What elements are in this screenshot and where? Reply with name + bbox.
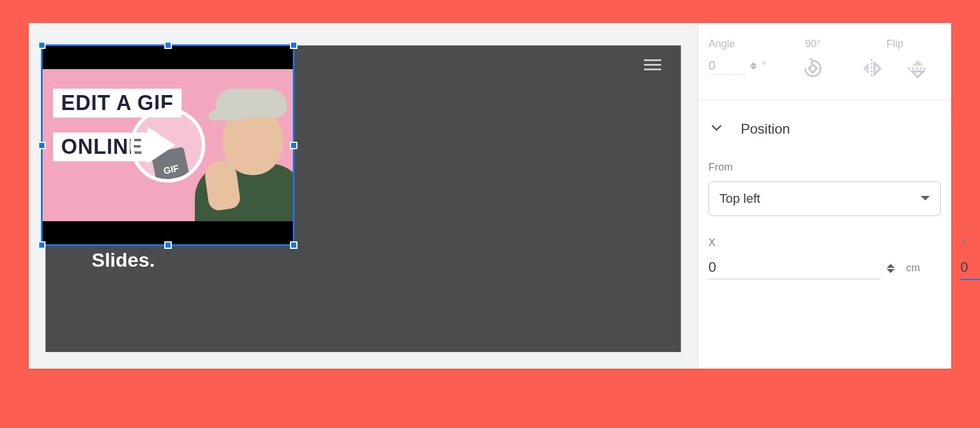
position-section: Position From Top left X <box>698 100 951 294</box>
position-title: Position <box>741 121 790 137</box>
y-label: Y <box>960 237 980 249</box>
flip-horizontal-icon[interactable] <box>860 57 883 80</box>
rotate-90-icon[interactable] <box>801 57 824 80</box>
outer-frame: Slides. EDIT A GIF ONLINE GIF <box>0 0 980 428</box>
y-input[interactable] <box>960 257 980 280</box>
play-icon[interactable] <box>130 108 205 183</box>
hamburger-icon[interactable] <box>644 59 661 70</box>
resize-handle-ne[interactable] <box>290 41 297 49</box>
selected-video-object[interactable]: EDIT A GIF ONLINE GIF <box>41 44 295 246</box>
dropdown-caret-icon <box>921 196 930 205</box>
flip-vertical-icon[interactable] <box>906 57 929 80</box>
angle-stepper[interactable] <box>750 59 757 73</box>
degree-symbol: ° <box>762 60 766 72</box>
canvas-area: Slides. EDIT A GIF ONLINE GIF <box>29 23 698 369</box>
from-select-value: Top left <box>719 191 760 206</box>
svg-rect-0 <box>809 65 817 73</box>
x-label: X <box>708 237 920 249</box>
slide-caption: Slides. <box>92 247 155 272</box>
x-unit: cm <box>906 262 920 274</box>
x-input[interactable] <box>708 257 881 279</box>
resize-handle-nw[interactable] <box>38 41 46 49</box>
chevron-down-icon[interactable] <box>708 120 725 138</box>
from-select[interactable]: Top left <box>708 181 941 216</box>
x-stepper[interactable] <box>887 260 895 277</box>
resize-handle-e[interactable] <box>290 142 297 149</box>
app-window: Slides. EDIT A GIF ONLINE GIF <box>29 23 951 369</box>
rotate-section: Angle ° 90° <box>698 23 951 100</box>
format-sidebar: Angle ° 90° <box>698 23 951 369</box>
resize-handle-sw[interactable] <box>38 241 46 249</box>
from-label: From <box>708 161 941 173</box>
flip-label: Flip <box>887 38 903 50</box>
ninety-label: 90° <box>805 38 821 50</box>
resize-handle-n[interactable] <box>164 41 172 49</box>
slide[interactable]: Slides. EDIT A GIF ONLINE GIF <box>45 45 681 353</box>
resize-handle-s[interactable] <box>164 241 172 249</box>
angle-input[interactable] <box>708 57 745 75</box>
video-thumbnail[interactable]: EDIT A GIF ONLINE GIF <box>43 46 293 244</box>
resize-handle-se[interactable] <box>290 241 297 249</box>
angle-label: Angle <box>708 38 766 50</box>
resize-handle-w[interactable] <box>38 142 46 149</box>
